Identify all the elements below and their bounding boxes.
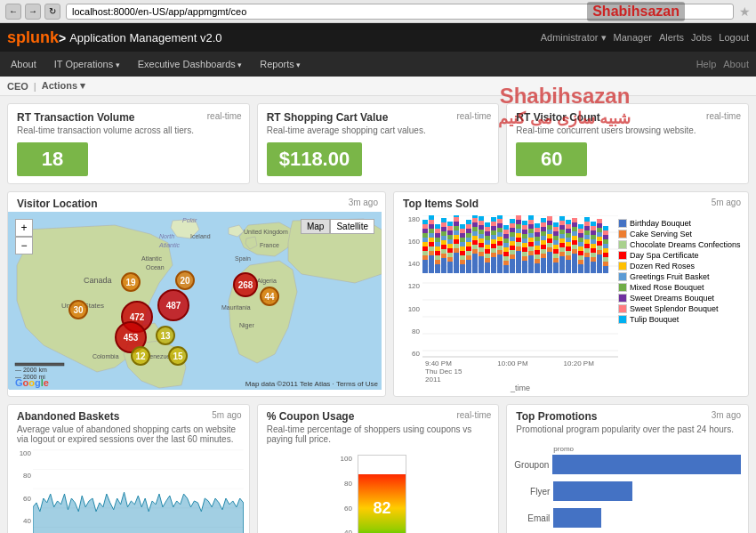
svg-rect-123 — [472, 236, 478, 240]
refresh-button[interactable]: ↻ — [44, 4, 60, 20]
visitor-location-title: Visitor Location — [8, 192, 385, 212]
marker-15[interactable]: 15 — [168, 346, 188, 366]
svg-rect-62 — [435, 251, 440, 255]
svg-rect-256 — [553, 222, 559, 227]
forward-button[interactable]: → — [25, 4, 41, 20]
svg-rect-299 — [584, 244, 590, 248]
svg-rect-263 — [559, 230, 565, 234]
coupon-time: real-time — [456, 410, 491, 420]
svg-rect-122 — [472, 240, 478, 245]
svg-rect-116 — [466, 229, 471, 233]
it-operations-nav[interactable]: IT Operations — [51, 53, 124, 75]
back-button[interactable]: ← — [5, 4, 21, 20]
svg-rect-332 — [603, 235, 608, 239]
zoom-out-button[interactable]: − — [15, 237, 33, 254]
breadcrumb-actions[interactable]: Actions ▾ — [42, 80, 85, 92]
svg-rect-143 — [485, 245, 490, 249]
svg-rect-168 — [497, 215, 503, 219]
svg-rect-319 — [597, 241, 602, 246]
svg-rect-128 — [472, 215, 478, 218]
svg-rect-323 — [597, 223, 602, 228]
svg-rect-56 — [429, 224, 434, 229]
svg-rect-325 — [603, 266, 608, 273]
svg-rect-211 — [528, 242, 534, 246]
marker-13[interactable]: 13 — [156, 326, 175, 345]
svg-rect-276 — [566, 220, 571, 224]
top-promotions-desc: Promotional program popularity over the … — [507, 424, 748, 440]
svg-rect-225 — [535, 232, 540, 237]
svg-rect-81 — [447, 253, 453, 257]
svg-rect-154 — [491, 235, 496, 239]
svg-rect-314 — [591, 226, 596, 230]
svg-rect-262 — [559, 234, 565, 238]
svg-rect-103 — [460, 246, 465, 251]
svg-rect-268 — [566, 255, 571, 260]
svg-rect-259 — [559, 247, 565, 252]
promo-label-groupon: Groupon — [514, 460, 549, 470]
marker-12[interactable]: 12 — [131, 346, 150, 366]
svg-rect-105 — [460, 238, 465, 242]
svg-rect-302 — [584, 230, 590, 235]
executive-dashboards-nav[interactable]: Executive Dashboards — [134, 53, 246, 75]
svg-rect-247 — [553, 262, 559, 273]
abandoned-chart-area: 10080604020 10:26 PMThu Dec 15201 — [8, 449, 249, 533]
viz-row: Visitor Location 3m ago — [7, 191, 749, 397]
svg-rect-239 — [547, 247, 552, 252]
coupon-usage-card: % Coupon Usage real-time Real-time perce… — [257, 404, 500, 533]
about-link-right[interactable]: About — [723, 59, 749, 69]
svg-rect-145 — [485, 236, 490, 240]
satellite-view-button[interactable]: Satellite — [330, 219, 374, 234]
zoom-in-button[interactable]: + — [15, 219, 33, 237]
rt-visitor-value: 60 — [516, 142, 587, 176]
top-items-x-labels: 9:40 PMThu Dec 152011 10:00 PM 10:20 PM — [398, 359, 618, 384]
svg-rect-199 — [522, 256, 527, 261]
splunk-logo: splunk> — [7, 28, 66, 47]
marker-30[interactable]: 30 — [68, 300, 88, 319]
logout-link[interactable]: Logout — [719, 32, 749, 44]
breadcrumb-ceo[interactable]: CEO — [7, 81, 28, 92]
svg-rect-230 — [541, 249, 546, 254]
svg-rect-205 — [522, 230, 527, 234]
manager-link[interactable]: Manager — [614, 32, 652, 44]
marker-20[interactable]: 20 — [175, 271, 195, 290]
promo-bar-value-email — [553, 508, 601, 528]
map-zoom-controls[interactable]: + − — [15, 219, 33, 254]
map-container[interactable]: Canada United States Atlantic Ocean Icel… — [8, 212, 382, 390]
svg-rect-208 — [528, 255, 534, 273]
svg-rect-180 — [510, 254, 515, 259]
visitor-location-card: Visitor Location 3m ago — [7, 191, 386, 397]
bookmark-icon[interactable]: ★ — [739, 4, 751, 19]
help-link[interactable]: Help — [696, 59, 717, 69]
svg-rect-250 — [553, 249, 559, 254]
svg-rect-120 — [472, 249, 478, 254]
top-items-title: Top Items Sold — [394, 192, 748, 212]
about-nav[interactable]: About — [7, 53, 40, 75]
coupon-gauge-area: 10080604020 82 0 — [258, 449, 499, 533]
promo-bar-value-groupon — [552, 455, 741, 474]
x-axis-label: _time — [398, 384, 618, 392]
marker-19[interactable]: 19 — [121, 272, 141, 292]
admin-link[interactable]: Administrator ▾ — [541, 32, 607, 44]
svg-rect-187 — [510, 223, 515, 228]
svg-rect-295 — [578, 224, 583, 229]
map-view-button[interactable]: Map — [301, 219, 330, 234]
alerts-link[interactable]: Alerts — [659, 32, 684, 44]
map-type-controls[interactable]: Map Satellite — [301, 219, 374, 234]
reports-nav[interactable]: Reports — [256, 53, 304, 75]
jobs-link[interactable]: Jobs — [691, 32, 712, 44]
top-promotions-time: 3m ago — [712, 410, 741, 420]
watermark-text-1: Shabihsazan — [592, 4, 680, 19]
marker-487[interactable]: 487 — [157, 289, 189, 321]
svg-rect-248 — [553, 258, 559, 262]
svg-rect-97 — [454, 217, 459, 222]
svg-rect-264 — [559, 225, 565, 230]
svg-rect-115 — [466, 233, 471, 238]
watermark-logo: Shabihsazan — [587, 2, 685, 21]
marker-44[interactable]: 44 — [260, 287, 279, 306]
top-items-card: Top Items Sold 5m ago 180160140120100806… — [393, 191, 749, 397]
svg-rect-226 — [535, 228, 540, 232]
svg-rect-76 — [441, 227, 446, 231]
svg-rect-135 — [479, 230, 484, 234]
marker-268[interactable]: 268 — [233, 272, 258, 297]
svg-rect-40 — [422, 255, 428, 260]
